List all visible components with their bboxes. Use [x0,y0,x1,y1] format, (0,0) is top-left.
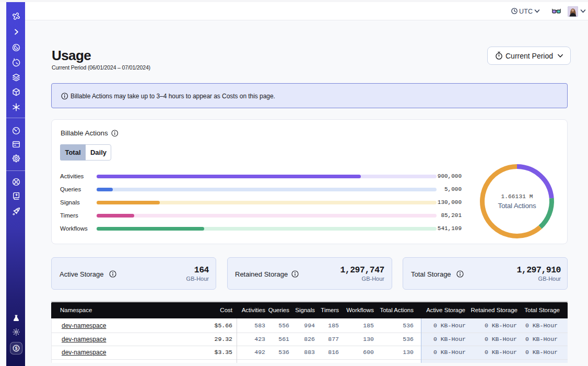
svg-text:$: $ [15,346,17,351]
